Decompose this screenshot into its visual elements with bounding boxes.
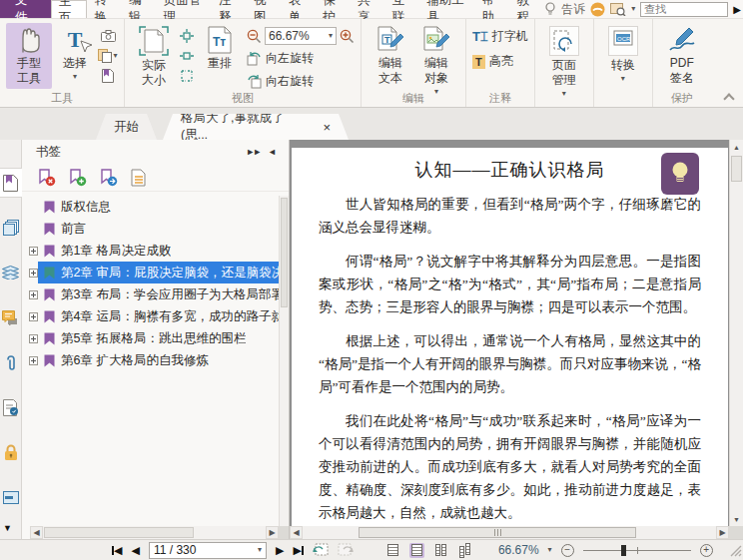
zoom-in-icon[interactable] [340,29,355,44]
collapse-ribbon-button[interactable] [725,95,735,101]
security-icon[interactable] [0,437,22,467]
pdf-page[interactable]: 认知——正确认识格局 世人皆知格局的重要，但看到“格局”两个字，仔细琢磨它的涵义… [292,148,728,526]
scroll-down-icon[interactable]: ▼ [730,512,743,526]
edit-object-button[interactable]: 编辑对象 ▾ [413,23,459,99]
edit-text-button[interactable]: T 编辑文本 [368,23,413,89]
bookmark-item[interactable]: 版权信息 [22,196,279,218]
expand-bookmarks-icon[interactable] [131,169,147,187]
fit-visible-button[interactable] [177,67,197,84]
scroll-up-icon[interactable]: ▲ [730,140,743,154]
add-bookmark-icon[interactable] [69,169,87,187]
comments-panel-icon[interactable] [0,302,22,332]
bookmark-item[interactable]: 第4章 运局：胸襟有多宽，成功的路子就 [22,305,279,327]
panel-collapse-icon[interactable]: ◄ [264,147,281,157]
document-vertical-scrollbar[interactable]: ▲ ▼ [729,140,743,526]
scrollbar-thumb[interactable] [44,527,194,538]
page-manage-button[interactable]: 页面管理 ▾ [541,23,587,101]
clipboard-button[interactable]: ▾ [98,47,118,64]
zoom-slider-thumb[interactable] [621,545,626,556]
bookmark-item[interactable]: 第6章 扩大格局的自我修炼 [22,349,279,371]
overflow-arrow-icon[interactable]: ▶ [733,4,741,15]
rotate-right-button[interactable]: 向右旋转 [247,72,355,91]
attachments-icon[interactable] [0,347,22,377]
hand-tool-button[interactable]: 手型工具 [6,23,52,89]
next-view-button[interactable] [338,543,354,557]
tab-start[interactable]: 开始 [96,114,157,140]
menu-tab-view[interactable]: 视图 [247,0,282,18]
view-continuous-button[interactable] [409,543,424,558]
menu-tab-connect[interactable]: 互联 [385,0,420,18]
search-input[interactable] [640,2,728,17]
panel-options-icon[interactable]: ►► [242,147,264,157]
zoom-in-button[interactable]: + [700,544,713,557]
menu-tab-home[interactable]: 主页 [51,0,88,18]
assistant-lightbulb-button[interactable] [661,153,699,195]
layers-icon[interactable] [0,258,22,287]
select-tool-button[interactable]: T 选择 ▾ [52,23,98,84]
file-menu-button[interactable]: 文件 [0,0,51,18]
search-caret-icon[interactable]: ▾ [631,5,635,13]
menu-tab-protect[interactable]: 保护 [316,0,351,18]
bookmark-item[interactable]: 第3章 布局：学会应用圈子为大格局部署 [22,283,279,305]
expander-icon[interactable] [29,312,38,321]
scroll-left-icon[interactable]: ◀ [30,526,43,539]
snapshot-button[interactable] [98,27,118,44]
reflow-button[interactable]: Tт 重排 [197,23,243,74]
expander-icon[interactable] [29,247,38,256]
document-horizontal-scrollbar[interactable]: ◀ ▶ [290,526,729,539]
expander-icon[interactable] [29,290,38,299]
bookmarks-vertical-scrollbar[interactable] [279,196,289,526]
bookmark-page-button[interactable] [98,67,118,84]
page-number-input[interactable]: 11 / 330 ▾ [149,542,267,559]
scrollbar-thumb[interactable] [281,198,288,307]
visual-search-icon[interactable] [610,3,626,16]
tell-me-label[interactable]: 告诉 [561,1,585,18]
previous-view-button[interactable] [313,543,329,557]
bookmark-item[interactable]: 第5章 拓展格局：跳出思维的围栏 [22,327,279,349]
destinations-icon[interactable] [0,482,22,512]
more-panels-icon[interactable]: ▼ [3,523,12,533]
menu-tab-tutorial[interactable]: 教程 [510,0,545,18]
bookmarks-horizontal-scrollbar[interactable]: ◀ ▶ [30,526,279,539]
rotate-left-button[interactable]: 向左旋转 [247,49,355,68]
menu-tab-form[interactable]: 表单 [282,0,317,18]
view-continuous-facing-button[interactable] [457,543,472,558]
scroll-left-icon[interactable]: ◀ [290,526,303,539]
scroll-right-icon[interactable]: ▶ [266,526,279,539]
scroll-right-icon[interactable]: ▶ [716,526,729,539]
membership-icon[interactable] [590,2,605,17]
convert-button[interactable]: OCR 转换 ▾ [600,23,646,86]
zoom-level-label[interactable]: 66.67% [498,543,539,557]
bookmark-item[interactable]: 前言 [22,218,279,240]
bookmark-item[interactable]: 第1章 格局决定成败 [22,240,279,262]
resize-grip[interactable] [728,543,742,557]
menu-tab-share[interactable]: 共享 [351,0,385,18]
scrollbar-thumb[interactable] [731,156,742,182]
zoom-slider[interactable] [583,544,691,557]
expander-icon[interactable] [29,356,38,365]
bookmark-item-selected[interactable]: 第2章 审局：屁股决定脑袋，还是脑袋决 [22,262,279,283]
highlight-button[interactable]: T 高亮 [472,52,513,71]
menu-tab-edit[interactable]: 编辑 [122,0,157,18]
view-single-page-button[interactable] [385,543,400,558]
ribbon-zoom-combobox[interactable]: 66.67% ▾ [265,27,337,45]
tab-document[interactable]: 格局大了,事就成了 (思... × [163,114,349,140]
view-facing-button[interactable] [433,543,448,558]
page-thumbnails-icon[interactable] [0,213,22,243]
previous-page-button[interactable]: ◀ [131,544,139,557]
menu-tab-convert[interactable]: 转换 [87,0,122,18]
actual-size-button[interactable]: 实际大小 [131,23,177,91]
pdf-sign-button[interactable]: PDF签名 [659,23,705,89]
first-page-button[interactable]: ◀ [112,544,122,557]
menu-tab-accessibility[interactable]: 辅助工具 [419,0,474,18]
fit-width-button[interactable] [177,47,197,64]
delete-bookmark-icon[interactable] [38,169,56,187]
digital-signatures-icon[interactable] [0,392,22,422]
locate-bookmark-icon[interactable] [100,169,118,187]
fit-page-button[interactable] [177,27,197,44]
typewriter-button[interactable]: T⌶ 打字机 [472,27,528,46]
menu-tab-help[interactable]: 帮助 [475,0,510,18]
menu-tab-comment[interactable]: 注释 [212,0,247,18]
zoom-caret-icon[interactable]: ▾ [548,546,552,554]
next-page-button[interactable]: ▶ [276,544,284,557]
